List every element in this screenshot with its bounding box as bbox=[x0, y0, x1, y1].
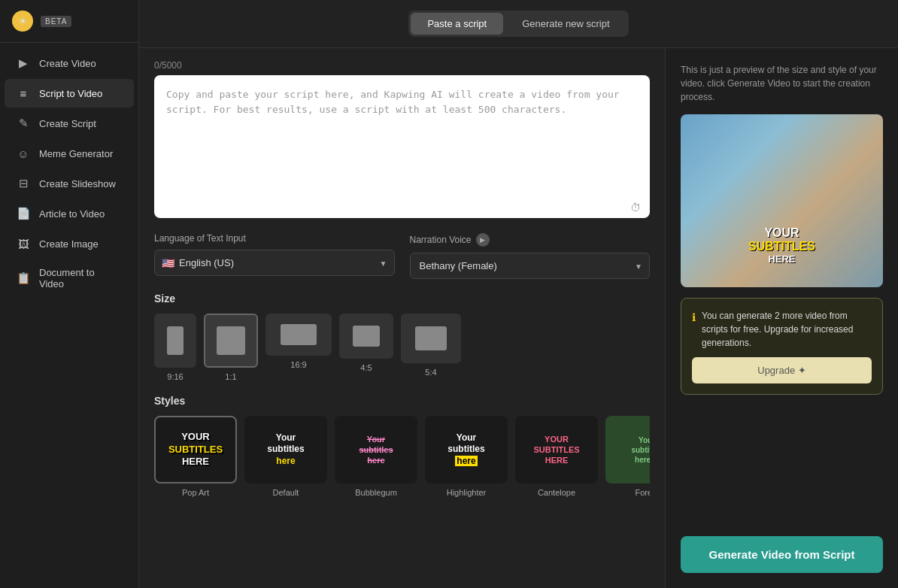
size-label-4-5: 4:5 bbox=[360, 363, 372, 372]
style-option-highlighter[interactable]: Yoursubtitleshere Highlighter bbox=[425, 416, 508, 497]
upgrade-text: ℹ You can generate 2 more video from scr… bbox=[692, 309, 872, 350]
style-label-default: Default bbox=[273, 488, 299, 497]
sidebar-item-article-to-video[interactable]: 📄 Article to Video bbox=[5, 199, 134, 228]
create-image-icon: 🖼 bbox=[17, 237, 30, 250]
highlighter-subtitle-text: Yoursubtitleshere bbox=[447, 432, 484, 468]
style-label-cantelope: Cantelope bbox=[538, 488, 575, 497]
style-options: YOUR SUBTITLES HERE Pop Art Yoursubtitle… bbox=[154, 416, 650, 502]
create-video-icon: ▶ bbox=[17, 56, 30, 70]
size-option-9-16[interactable]: 9:16 bbox=[154, 314, 196, 381]
script-textarea[interactable] bbox=[154, 75, 650, 218]
sidebar-item-script-to-video[interactable]: ≡ Script to Video bbox=[5, 79, 134, 108]
sidebar-item-label: Meme Generator bbox=[39, 148, 113, 159]
style-option-cantelope[interactable]: YOURSUBTITLESHERE Cantelope bbox=[515, 416, 598, 497]
size-inner bbox=[353, 326, 380, 347]
default-subtitle-text: Yoursubtitleshere bbox=[267, 432, 304, 468]
generate-video-button[interactable]: Generate Video from Script bbox=[681, 536, 883, 573]
video-preview: YOUR SUBTITLES HERE bbox=[681, 114, 883, 287]
tab-group: Paste a script Generate new script bbox=[408, 11, 628, 37]
size-option-1-1[interactable]: 1:1 bbox=[204, 314, 258, 381]
style-option-bubblegum[interactable]: Yoursubtitleshere Bubblegum bbox=[335, 416, 417, 497]
sidebar-item-document-to-video[interactable]: 📋 Document to Video bbox=[5, 259, 134, 297]
size-option-4-5[interactable]: 4:5 bbox=[339, 314, 393, 381]
style-preview-cantelope: YOURSUBTITLESHERE bbox=[515, 416, 598, 483]
size-box-16-9 bbox=[265, 314, 332, 356]
style-option-default[interactable]: Yoursubtitleshere Default bbox=[244, 416, 327, 497]
script-to-video-icon: ≡ bbox=[17, 86, 30, 100]
preview-subtitle-block: YOUR SUBTITLES HERE bbox=[748, 226, 815, 265]
style-label-highlighter: Highlighter bbox=[447, 488, 487, 497]
style-label-bubblegum: Bubblegum bbox=[355, 488, 397, 497]
sidebar-item-label: Create Image bbox=[39, 238, 99, 250]
size-options: 9:16 1:1 16:9 bbox=[154, 314, 650, 381]
styles-label: Styles bbox=[154, 395, 650, 407]
preview-here: HERE bbox=[748, 253, 815, 265]
narration-label: Narration Voice ▶ bbox=[410, 233, 651, 247]
size-box-5-4 bbox=[401, 314, 461, 363]
style-preview-default: Yoursubtitleshere bbox=[244, 416, 327, 483]
style-preview-pop-art: YOUR SUBTITLES HERE bbox=[154, 416, 237, 483]
content-area: 0/5000 ⏱ Language of Text Input 🇺🇸 Engli… bbox=[139, 48, 898, 588]
language-label: Language of Text Input bbox=[154, 233, 395, 244]
sidebar: ☀ BETA ▶ Create Video ≡ Script to Video … bbox=[0, 0, 139, 588]
upgrade-banner: ℹ You can generate 2 more video from scr… bbox=[681, 298, 883, 395]
sidebar-item-create-script[interactable]: ✎ Create Script bbox=[5, 109, 134, 138]
size-box-4-5 bbox=[339, 314, 393, 359]
logo-icon: ☀ bbox=[12, 11, 33, 32]
sidebar-item-create-image[interactable]: 🖼 Create Image bbox=[5, 229, 134, 258]
size-label-5-4: 5:4 bbox=[425, 368, 436, 377]
style-label-forest: Forest bbox=[635, 488, 650, 497]
preview-subtitles: SUBTITLES bbox=[748, 240, 815, 253]
size-label-9-16: 9:16 bbox=[167, 372, 183, 381]
sidebar-item-label: Script to Video bbox=[39, 88, 102, 99]
tab-generate-new-script[interactable]: Generate new script bbox=[505, 13, 626, 35]
sidebar-item-label: Document to Video bbox=[39, 267, 122, 289]
size-option-16-9[interactable]: 16:9 bbox=[265, 314, 332, 381]
size-inner bbox=[217, 326, 245, 355]
style-option-forest[interactable]: Yoursubtitleshere ▶ Forest bbox=[605, 416, 650, 497]
left-panel: 0/5000 ⏱ Language of Text Input 🇺🇸 Engli… bbox=[139, 48, 665, 588]
style-preview-forest: Yoursubtitleshere ▶ bbox=[605, 416, 650, 483]
narration-select[interactable]: Bethany (Female) James (Male) Sarah (Fem… bbox=[410, 253, 651, 279]
play-icon[interactable]: ▶ bbox=[476, 233, 490, 247]
create-slideshow-icon: ⊟ bbox=[17, 177, 30, 190]
sidebar-item-create-slideshow[interactable]: ⊟ Create Slideshow bbox=[5, 169, 134, 198]
char-count: 0/5000 bbox=[154, 60, 650, 71]
sidebar-item-label: Article to Video bbox=[39, 208, 105, 220]
sidebar-item-create-video[interactable]: ▶ Create Video bbox=[5, 49, 134, 77]
size-option-5-4[interactable]: 5:4 bbox=[401, 314, 461, 381]
bubblegum-subtitle-text: Yoursubtitleshere bbox=[359, 434, 393, 466]
info-icon: ℹ bbox=[692, 310, 696, 350]
narration-select-wrapper: Bethany (Female) James (Male) Sarah (Fem… bbox=[410, 253, 651, 279]
language-group: Language of Text Input 🇺🇸 English (US) S… bbox=[154, 233, 395, 279]
clock-icon: ⏱ bbox=[630, 202, 641, 214]
language-voice-row: Language of Text Input 🇺🇸 English (US) S… bbox=[154, 233, 650, 279]
main-content: Paste a script Generate new script 0/500… bbox=[139, 0, 898, 588]
cantelope-subtitle-text: YOURSUBTITLESHERE bbox=[533, 434, 579, 466]
style-preview-bubblegum: Yoursubtitleshere bbox=[335, 416, 417, 483]
size-label: Size bbox=[154, 292, 650, 305]
style-label-pop-art: Pop Art bbox=[182, 488, 209, 497]
tab-paste-script[interactable]: Paste a script bbox=[411, 13, 503, 35]
topbar: Paste a script Generate new script bbox=[139, 0, 898, 48]
textarea-wrapper: ⏱ bbox=[154, 75, 650, 221]
sidebar-item-label: Create Video bbox=[39, 58, 96, 69]
size-label-16-9: 16:9 bbox=[290, 360, 306, 369]
language-select[interactable]: English (US) Spanish French German bbox=[154, 250, 395, 276]
popart-subtitle-text: YOUR SUBTITLES HERE bbox=[168, 431, 223, 469]
meme-generator-icon: ☺ bbox=[17, 147, 30, 160]
beta-badge: BETA bbox=[41, 16, 71, 27]
flag-icon: 🇺🇸 bbox=[162, 257, 174, 269]
size-box-9-16 bbox=[154, 314, 196, 368]
preview-background: YOUR SUBTITLES HERE bbox=[681, 114, 883, 287]
create-script-icon: ✎ bbox=[17, 117, 30, 130]
sidebar-item-meme-generator[interactable]: ☺ Meme Generator bbox=[5, 139, 134, 168]
upgrade-button[interactable]: Upgrade ✦ bbox=[692, 357, 872, 383]
sidebar-nav: ▶ Create Video ≡ Script to Video ✎ Creat… bbox=[0, 43, 138, 303]
style-option-pop-art[interactable]: YOUR SUBTITLES HERE Pop Art bbox=[154, 416, 237, 497]
sidebar-item-label: Create Script bbox=[39, 118, 96, 129]
right-panel: This is just a preview of the size and s… bbox=[665, 48, 898, 588]
article-to-video-icon: 📄 bbox=[17, 207, 30, 220]
narration-group: Narration Voice ▶ Bethany (Female) James… bbox=[410, 233, 651, 279]
preview-your: YOUR bbox=[748, 226, 815, 240]
